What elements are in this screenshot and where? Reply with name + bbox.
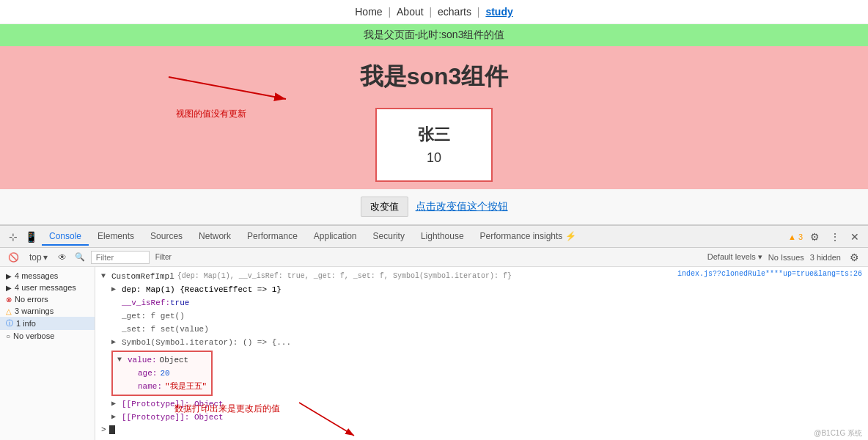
tab-sources[interactable]: Sources bbox=[143, 228, 190, 246]
tab-network[interactable]: Network bbox=[191, 228, 238, 246]
tab-console[interactable]: Console bbox=[42, 228, 89, 246]
tab-application[interactable]: Application bbox=[306, 228, 364, 246]
tree-root-meta: {dep: Map(1), __v_isRef: true, _get: f, … bbox=[177, 271, 512, 282]
tree-visref-key: __v_isRef: bbox=[122, 297, 170, 309]
filter-input[interactable] bbox=[91, 251, 150, 264]
tree-proto1-label: [[Prototype]]: Object bbox=[122, 398, 224, 410]
tree-dep-expand[interactable]: ▶ bbox=[111, 284, 120, 296]
tree-set-spacer bbox=[111, 323, 120, 335]
expand-messages-icon: ▶ bbox=[6, 272, 12, 280]
no-errors-label: No errors bbox=[15, 295, 48, 304]
tree-age-line: age: 20 bbox=[128, 367, 207, 380]
error-icon: ⊗ bbox=[6, 296, 12, 304]
change-value-button[interactable]: 改变值 bbox=[361, 197, 408, 217]
nav-sep-1: | bbox=[389, 6, 394, 18]
tree-name-spacer bbox=[128, 381, 136, 392]
warning-count: ▲ 3 bbox=[788, 232, 803, 241]
tree-body: ▶ dep: Map(1) {ReactiveEffect => 1} __v_… bbox=[101, 283, 862, 424]
tree-visref-spacer bbox=[111, 297, 120, 309]
cursor-line: > bbox=[101, 425, 862, 434]
tree-proto1-line[interactable]: ▶ [[Prototype]]: Object bbox=[111, 397, 862, 411]
tree-value-children: age: 20 name: "我是王五" bbox=[117, 367, 207, 393]
settings-gear-icon[interactable]: ⚙ bbox=[847, 250, 862, 265]
nav-about[interactable]: About bbox=[397, 6, 424, 18]
view-no-update-label: 视图的值没有更新 bbox=[176, 108, 246, 120]
nav-study[interactable]: study bbox=[485, 6, 512, 18]
inspect-icon[interactable]: ⊹ bbox=[6, 230, 21, 244]
tree-value-box: ▼ value: Object age: 20 bbox=[111, 351, 213, 396]
tree-value-key: value: bbox=[128, 354, 157, 366]
tree-name-val: "我是王五" bbox=[165, 381, 207, 392]
value-num: 10 bbox=[406, 150, 462, 166]
expand-user-messages-icon: ▶ bbox=[6, 284, 12, 292]
warning-icon: △ bbox=[6, 307, 12, 315]
tab-security[interactable]: Security bbox=[366, 228, 412, 246]
console-source-link[interactable]: index.js??clonedRule****up=true&lang=ts:… bbox=[677, 270, 862, 278]
default-levels-label: Default levels ▾ bbox=[707, 252, 762, 262]
tree-value-expand[interactable]: ▼ bbox=[117, 354, 126, 366]
console-main: index.js??clonedRule****up=true&lang=ts:… bbox=[95, 267, 868, 440]
btn-row: 改变值 点击改变值这个按钮 bbox=[0, 189, 868, 224]
nav-sep-2: | bbox=[430, 6, 435, 18]
console-content: ▶ 4 messages ▶ 4 user messages ⊗ No erro… bbox=[0, 267, 868, 440]
no-verbose-label: No verbose bbox=[13, 331, 54, 340]
hidden-count: 3 hidden bbox=[810, 253, 841, 262]
tab-performance[interactable]: Performance bbox=[240, 228, 305, 246]
value-name: 张三 bbox=[406, 124, 462, 146]
nav-echarts[interactable]: echarts bbox=[438, 6, 471, 18]
sidebar-user-messages[interactable]: ▶ 4 user messages bbox=[0, 282, 95, 293]
devtools-right-icons: ▲ 3 ⚙ ⋮ ✕ bbox=[788, 230, 862, 244]
cursor-bar bbox=[109, 425, 115, 434]
device-icon[interactable]: 📱 bbox=[22, 230, 40, 244]
tab-lighthouse[interactable]: Lighthouse bbox=[413, 228, 471, 246]
component-title: 我是son3组件 bbox=[0, 61, 868, 93]
tree-dep-line[interactable]: ▶ dep: Map(1) {ReactiveEffect => 1} bbox=[111, 283, 862, 296]
tree-proto2-line[interactable]: ▶ [[Prototype]]: Object bbox=[111, 411, 862, 424]
info-icon: ⓘ bbox=[6, 318, 13, 329]
console-sidebar: ▶ 4 messages ▶ 4 user messages ⊗ No erro… bbox=[0, 267, 95, 440]
value-box: 张三 10 bbox=[375, 108, 493, 182]
tree-value-line[interactable]: ▼ value: Object bbox=[117, 353, 207, 367]
tree-name-key: name: bbox=[138, 381, 162, 392]
tree-proto1-expand[interactable]: ▶ bbox=[111, 398, 120, 410]
tree-symbol-line[interactable]: ▶ Symbol(Symbol.iterator): () => {... bbox=[111, 336, 862, 349]
pink-content: 视图的值没有更新 张三 10 bbox=[0, 108, 868, 182]
tree-visref-val: true bbox=[170, 297, 189, 309]
tree-age-spacer bbox=[128, 367, 136, 379]
clear-console-icon[interactable]: 🚫 bbox=[6, 252, 21, 263]
settings-icon[interactable]: ⚙ bbox=[807, 230, 823, 244]
nav-home[interactable]: Home bbox=[355, 6, 382, 18]
green-banner-text: 我是父页面-此时:son3组件的值 bbox=[364, 29, 505, 40]
tab-performance-insights[interactable]: Performance insights ⚡ bbox=[473, 228, 584, 246]
eye-icon[interactable]: 👁 bbox=[56, 252, 69, 263]
cursor-prompt: > bbox=[101, 425, 106, 434]
tree-proto2-expand[interactable]: ▶ bbox=[111, 411, 120, 423]
tree-get-val: _get: f get() bbox=[122, 310, 185, 322]
top-context-selector[interactable]: top ▾ bbox=[27, 252, 50, 263]
sidebar-info[interactable]: ⓘ 1 info bbox=[0, 317, 95, 330]
messages-label: 4 messages bbox=[15, 271, 58, 280]
tab-elements[interactable]: Elements bbox=[90, 228, 141, 246]
tree-root-label: CustomRefImpl bbox=[111, 271, 174, 282]
tree-symbol-expand[interactable]: ▶ bbox=[111, 337, 120, 348]
verbose-icon: ○ bbox=[6, 332, 10, 340]
sidebar-no-verbose[interactable]: ○ No verbose bbox=[0, 330, 95, 342]
sidebar-warnings[interactable]: △ 3 warnings bbox=[0, 305, 95, 317]
sidebar-messages[interactable]: ▶ 4 messages bbox=[0, 270, 95, 282]
tree-root-expand[interactable]: ▼ bbox=[101, 271, 110, 282]
change-value-desc: 点击改变值这个按钮 bbox=[416, 200, 508, 213]
close-icon[interactable]: ✕ bbox=[847, 230, 862, 244]
more-icon[interactable]: ⋮ bbox=[827, 230, 843, 244]
nav-sep-3: | bbox=[477, 6, 483, 18]
tree-value-obj-label: Object bbox=[160, 354, 189, 366]
devtools-toolbar: 🚫 top ▾ 👁 🔍 Filter Default levels ▾ No I… bbox=[0, 248, 868, 267]
top-nav: Home | About | echarts | study bbox=[0, 0, 868, 24]
default-levels-dropdown[interactable]: Default levels ▾ bbox=[707, 252, 762, 262]
tree-name-line: name: "我是王五" bbox=[128, 380, 207, 393]
tree-age-key: age: bbox=[138, 367, 157, 379]
sidebar-no-errors[interactable]: ⊗ No errors bbox=[0, 293, 95, 305]
tree-get-spacer bbox=[111, 310, 120, 322]
tree-proto2-label: [[Prototype]]: Object bbox=[122, 411, 224, 423]
watermark: @B1C1G 系统 bbox=[814, 428, 862, 439]
no-issues-button[interactable]: No Issues bbox=[768, 253, 804, 262]
